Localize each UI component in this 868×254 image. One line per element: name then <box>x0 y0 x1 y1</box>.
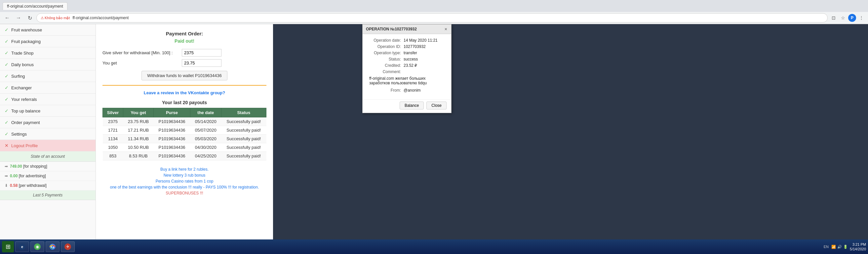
state-item-withdrawal: ⬇ 0.58 [per withdrawal] <box>0 181 95 191</box>
earnings-link[interactable]: one of the best earnings with the conclu… <box>102 185 267 190</box>
close-dialog-button[interactable]: Close <box>426 102 446 110</box>
sidebar-item-daily-bonus[interactable]: ✓ Daily bonus <box>0 59 95 70</box>
sidebar-item-order-payment[interactable]: ✓ Order payment <box>0 117 95 128</box>
table-cell-silver: 1134 <box>103 135 123 143</box>
table-cell-silver: 2375 <box>103 117 123 126</box>
tab-title[interactable]: ff-original.com/account/payment <box>3 2 67 10</box>
paid-out-status: Paid out! <box>102 38 267 44</box>
superbonuses-link[interactable]: SUPERBONUSES !!! <box>102 191 267 195</box>
browser-icons: ⊡ ☆ P ⋮ <box>830 14 865 22</box>
cast-icon[interactable]: ⊡ <box>830 14 838 22</box>
browser-titlebar: ff-original.com/account/payment <box>0 0 868 12</box>
dialog-title: OPERATION №1027703932 <box>366 27 417 31</box>
taskbar-clock: 3:21 PM 5/14/2020 <box>850 242 866 252</box>
check-icon: ✓ <box>5 62 9 67</box>
network-icon: 📶 <box>831 245 836 249</box>
withdrawal-label: [per withdrawal] <box>19 183 46 188</box>
taskbar-app1-button[interactable]: ◉ <box>30 242 44 252</box>
table-row: 237523.75 RUBP101963443605/14/2020Succes… <box>103 117 267 126</box>
balance-button[interactable]: Balance <box>400 102 424 110</box>
system-tray: EN 📶 🔊 🔋 <box>824 245 848 249</box>
sidebar-label: Daily bonus <box>11 62 34 67</box>
sidebar-item-exchanger[interactable]: ✓ Exchanger <box>0 82 95 93</box>
table-cell-silver: 853 <box>103 152 123 161</box>
sidebar-item-settings[interactable]: ✓ Settings <box>0 128 95 140</box>
taskbar-right: EN 📶 🔊 🔋 3:21 PM 5/14/2020 <box>824 242 866 252</box>
taskbar-chrome-button[interactable] <box>45 242 60 252</box>
bottom-links: Buy a link here for 2 rubles. New lotter… <box>102 167 267 195</box>
dialog-field-comment: Comment: <box>367 69 446 74</box>
dialog-titlebar: OPERATION №1027703932 × <box>363 25 451 34</box>
dialog-label-status: Status: <box>367 57 404 61</box>
dialog-value-type: transfer <box>404 51 417 55</box>
browser-chrome: ff-original.com/account/payment ← → ↻ ⚠ … <box>0 0 868 24</box>
table-cell-date: 04/30/2020 <box>190 143 221 152</box>
dialog-value-date: 14 May 2020 11:21 <box>404 38 438 43</box>
forward-button[interactable]: → <box>14 13 23 23</box>
table-cell-you_get: 23.75 RUB <box>123 117 154 126</box>
main-content: ✓ Fruit warehouse ✓ Fruit packaging ✓ Tr… <box>0 24 868 239</box>
table-cell-status: Successfully paid! <box>221 135 266 143</box>
sidebar-item-logout-profile[interactable]: ✕ Logout Profile <box>0 140 95 151</box>
divider <box>102 85 267 86</box>
review-link-container: Leave a review in the VKontakte group? <box>102 90 267 95</box>
you-get-row: You get <box>102 59 267 67</box>
sidebar-label: Logout Profile <box>11 143 38 148</box>
dialog-close-x-button[interactable]: × <box>444 26 448 32</box>
you-get-input[interactable] <box>182 59 221 67</box>
table-row: 105010.50 RUBP101963443604/30/2020Succes… <box>103 143 267 152</box>
volume-icon: 🔊 <box>837 245 842 249</box>
give-silver-label: Give silver for withdrawal [Min. 100] : <box>102 50 182 55</box>
dialog-buttons: Balance Close <box>363 99 451 113</box>
table-cell-purse: P1019634436 <box>153 135 190 143</box>
bookmark-icon[interactable]: ☆ <box>839 14 847 22</box>
sidebar-label: Settings <box>11 132 27 137</box>
give-silver-input[interactable] <box>182 49 221 57</box>
battery-icon: 🔋 <box>843 245 848 249</box>
dialog-field-id: Operation ID: 1027703932 <box>367 44 446 49</box>
table-cell-you_get: 17.21 RUB <box>123 126 154 135</box>
you-get-label: You get <box>102 60 182 65</box>
review-link[interactable]: Leave a review in the VKontakte group? <box>144 90 225 95</box>
sidebar-item-fruit-warehouse[interactable]: ✓ Fruit warehouse <box>0 24 95 36</box>
sidebar-item-top-up-balance[interactable]: ✓ Top up balance <box>0 105 95 117</box>
sidebar-label: Fruit warehouse <box>11 27 42 32</box>
table-cell-purse: P1019634436 <box>153 126 190 135</box>
dialog-label-type: Operation type: <box>367 51 404 55</box>
withdrawal-value: 0.58 <box>10 183 18 188</box>
address-bar[interactable]: ⚠ Không bảo mật ff-original.com/account/… <box>36 13 828 23</box>
sidebar-label: Exchanger <box>11 85 32 90</box>
app2-icon: ✈ <box>64 244 71 250</box>
taskbar-app2-button[interactable]: ✈ <box>61 242 75 252</box>
buy-link[interactable]: Buy a link here for 2 rubles. <box>102 167 267 172</box>
casino-link[interactable]: Persons Casino rates from 1 cop <box>102 179 267 184</box>
check-icon: ✓ <box>5 108 9 113</box>
start-button[interactable]: ⊞ <box>2 241 14 252</box>
table-row: 8538.53 RUBP101963443604/25/2020Successf… <box>103 152 267 161</box>
sidebar-item-trade-shop[interactable]: ✓ Trade Shop <box>0 47 95 59</box>
reload-button[interactable]: ↻ <box>25 13 34 23</box>
sidebar-label: Top up balance <box>11 109 40 113</box>
check-icon: ✓ <box>5 131 9 137</box>
table-cell-silver: 1721 <box>103 126 123 135</box>
sidebar-item-surfing[interactable]: ✓ Surfing <box>0 70 95 82</box>
col-you-get: You get <box>123 108 154 117</box>
col-silver: Silver <box>103 108 123 117</box>
table-cell-you_get: 8.53 RUB <box>123 152 154 161</box>
profile-avatar[interactable]: P <box>848 14 856 22</box>
back-button[interactable]: ← <box>3 13 12 23</box>
check-icon: ✓ <box>5 96 9 102</box>
lottery-link[interactable]: New lottery 3 rub bonus <box>102 173 267 178</box>
menu-icon[interactable]: ⋮ <box>858 14 865 22</box>
sidebar-item-fruit-packaging[interactable]: ✓ Fruit packaging <box>0 36 95 47</box>
arrow-down-icon: ⬇ <box>5 183 8 188</box>
sidebar-item-your-referrals[interactable]: ✓ Your referrals <box>0 93 95 105</box>
table-row: 113411.34 RUBP101963443605/03/2020Succes… <box>103 135 267 143</box>
table-cell-status: Successfully paid! <box>221 143 266 152</box>
taskbar-ie-button[interactable]: e <box>15 242 29 252</box>
state-item-shopping: ➡ 749.00 [for shopping] <box>0 162 95 171</box>
col-date: the date <box>190 108 221 117</box>
dialog-label-comment: Comment: <box>367 69 404 74</box>
table-cell-status: Successfully paid! <box>221 117 266 126</box>
withdraw-button[interactable]: Withdraw funds to wallet P1019634436 <box>142 71 227 80</box>
